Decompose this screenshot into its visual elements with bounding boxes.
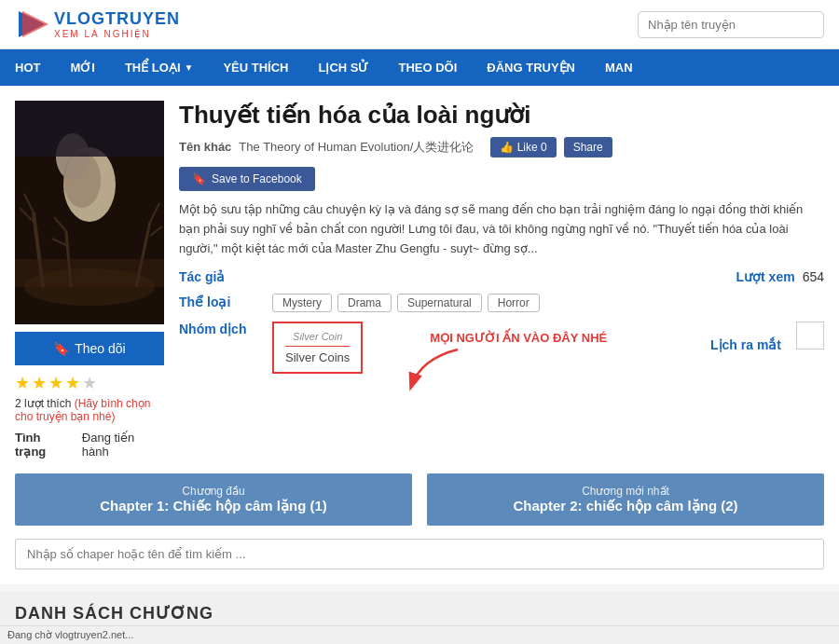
group-badge-title: Silver Coins — [285, 350, 350, 364]
author-views-row: Tác giả Lượt xem 654 — [179, 269, 824, 284]
main-content: 🔖 Theo dõi ★ ★ ★ ★ ★ 2 lượt thích (Hãy b… — [0, 86, 839, 584]
svg-point-15 — [63, 152, 101, 208]
latest-chapter-button[interactable]: Chương mới nhất Chapter 2: chiếc hộp câm… — [427, 473, 824, 526]
chapter-buttons: Chương đầu Chapter 1: Chiếc hộp câm lặng… — [15, 473, 824, 526]
chapter-list-title: DANH SÁCH CHƯƠNG — [15, 604, 213, 623]
nav-the-loai[interactable]: THỂ LOẠI ▼ — [110, 49, 209, 86]
search-input[interactable] — [638, 11, 824, 38]
follow-button[interactable]: 🔖 Theo dõi — [15, 332, 164, 365]
nav-lich-su[interactable]: LỊCH SỬ — [303, 49, 383, 86]
thumbs-up-icon: 👍 — [500, 141, 514, 154]
bookmark-fb-icon: 🔖 — [192, 172, 206, 185]
manga-cover-section: 🔖 Theo dõi ★ ★ ★ ★ ★ 2 lượt thích (Hãy b… — [15, 101, 164, 459]
release-box — [796, 322, 824, 349]
arrow-icon — [402, 340, 476, 396]
manga-title: Thuyết tiến hóa của loài người — [179, 101, 824, 130]
group-badge[interactable]: Silver Coin Silver Coins — [272, 322, 363, 374]
latest-chapter-title: Chapter 2: chiếc hộp câm lặng (2) — [434, 498, 817, 514]
status-label: Tình trạng — [15, 431, 75, 459]
views-value: 654 — [803, 269, 824, 284]
likes-count: 2 lượt thích (Hãy bình chọn cho truyện b… — [15, 397, 164, 423]
release-label: Lịch ra mắt — [710, 337, 781, 352]
social-buttons: 👍 Like 0 Share — [490, 137, 612, 158]
first-chapter-label: Chương đầu — [22, 485, 405, 498]
latest-chapter-label: Chương mới nhất — [434, 485, 817, 498]
views-section: Lượt xem 654 — [736, 269, 824, 284]
cover-art — [15, 101, 164, 324]
author-label: Tác giả — [179, 269, 272, 284]
nav-theo-doi[interactable]: THEO DÕI — [383, 49, 472, 86]
group-area: Silver Coin Silver Coins — [272, 322, 476, 399]
star-5[interactable]: ★ — [82, 373, 97, 393]
svg-rect-17 — [15, 101, 164, 157]
alt-name-label: Tên khác — [179, 140, 231, 154]
logo: VLOGTRUYEN XEM LÀ NGHIỆN — [15, 7, 180, 41]
nav-man[interactable]: MAN — [590, 49, 648, 86]
annotation-text: MỌI NGƯỜI ẤN VÀO ĐÂY NHÉ — [430, 331, 607, 345]
nav-hot[interactable]: HOT — [0, 49, 55, 86]
genre-label: Thể loại — [179, 295, 272, 309]
svg-marker-1 — [22, 11, 48, 37]
navbar: HOT MỚI THỂ LOẠI ▼ YÊU THÍCH LỊCH SỬ THE… — [0, 49, 839, 86]
release-section: Lịch ra mắt — [710, 322, 824, 352]
like-button[interactable]: 👍 Like 0 — [490, 137, 556, 158]
logo-sub: XEM LÀ NGHIỆN — [54, 29, 180, 39]
genre-tags: Mystery Drama Supernatural Horror — [272, 294, 540, 312]
logo-text: VLOGTRUYEN XEM LÀ NGHIỆN — [54, 9, 180, 39]
logo-main: VLOGTRUYEN — [54, 9, 180, 29]
star-4[interactable]: ★ — [65, 373, 80, 393]
annotation-area: MỌI NGƯỜI ẤN VÀO ĐÂY NHÉ — [402, 340, 476, 399]
first-chapter-button[interactable]: Chương đầu Chapter 1: Chiếc hộp câm lặng… — [15, 473, 412, 526]
cover-illustration — [15, 101, 164, 324]
manga-description: Một bộ sưu tập những câu chuyện kỳ lạ và… — [179, 200, 824, 258]
tag-mystery[interactable]: Mystery — [272, 294, 332, 312]
alt-name-row: Tên khác The Theory of Human Evolution/人… — [179, 137, 824, 158]
star-2[interactable]: ★ — [32, 373, 47, 393]
header: VLOGTRUYEN XEM LÀ NGHIỆN — [0, 0, 839, 49]
group-label: Nhóm dịch — [179, 322, 272, 336]
save-fb-row: 🔖 Save to Facebook — [179, 167, 824, 191]
svg-rect-16 — [15, 259, 164, 287]
nav-dang-truyen[interactable]: ĐĂNG TRUYỆN — [472, 49, 590, 86]
tag-horror[interactable]: Horror — [488, 294, 540, 312]
manga-info: Thuyết tiến hóa của loài người Tên khác … — [179, 101, 824, 459]
star-1[interactable]: ★ — [15, 373, 30, 393]
tag-supernatural[interactable]: Supernatural — [397, 294, 482, 312]
chevron-down-icon: ▼ — [185, 62, 194, 73]
tag-drama[interactable]: Drama — [337, 294, 392, 312]
star-3[interactable]: ★ — [48, 373, 63, 393]
genre-row: Thể loại Mystery Drama Supernatural Horr… — [179, 294, 824, 312]
status-value: Đang tiến hành — [82, 431, 164, 459]
alt-name-value: The Theory of Human Evolution/人类进化论 — [239, 139, 474, 156]
star-rating[interactable]: ★ ★ ★ ★ ★ — [15, 373, 164, 393]
share-button[interactable]: Share — [564, 137, 612, 158]
group-badge-name-italic: Silver Coin — [285, 331, 350, 342]
statusbar: Đang chờ vlogtruyen2.net... — [0, 625, 839, 644]
group-release-row: Nhóm dịch Silver Coin Silver Coins — [179, 322, 824, 399]
status-row: Tình trạng Đang tiến hành — [15, 431, 164, 459]
nav-moi[interactable]: MỚI — [55, 49, 109, 86]
bookmark-icon: 🔖 — [53, 341, 69, 356]
first-chapter-title: Chapter 1: Chiếc hộp câm lặng (1) — [22, 498, 405, 514]
statusbar-text: Đang chờ vlogtruyen2.net... — [7, 629, 133, 640]
views-label: Lượt xem — [736, 269, 795, 284]
logo-icon — [15, 7, 48, 41]
nav-yeu-thich[interactable]: YÊU THÍCH — [208, 49, 303, 86]
chapter-search-input[interactable] — [15, 539, 824, 569]
save-facebook-button[interactable]: 🔖 Save to Facebook — [179, 167, 315, 191]
manga-detail: 🔖 Theo dõi ★ ★ ★ ★ ★ 2 lượt thích (Hãy b… — [15, 101, 824, 459]
